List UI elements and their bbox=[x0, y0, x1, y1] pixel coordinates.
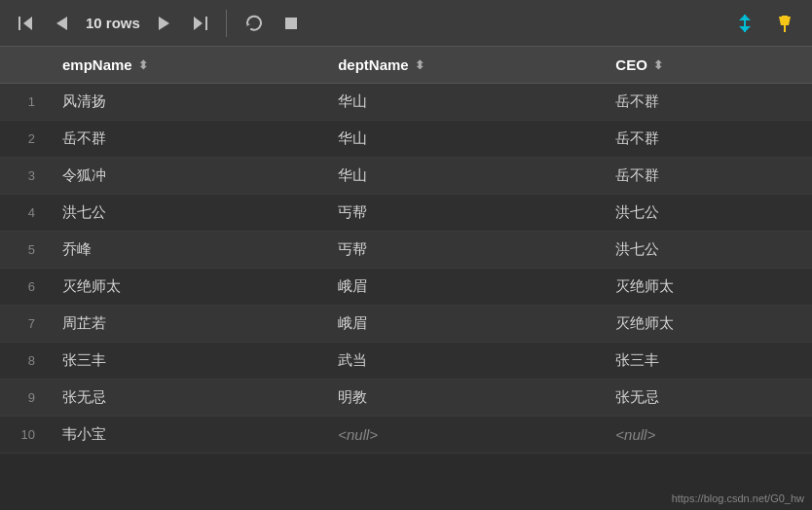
last-page-button[interactable] bbox=[185, 11, 214, 36]
toolbar: 10 rows bbox=[0, 0, 812, 47]
cell-empname: 乔峰 bbox=[47, 232, 322, 269]
data-table: empName ⬍ deptName ⬍ CEO ⬍ bbox=[0, 47, 812, 454]
cell-deptname: 丐帮 bbox=[322, 232, 600, 269]
table-row: 8张三丰武当张三丰 bbox=[0, 343, 812, 380]
cell-rownum: 7 bbox=[0, 306, 47, 343]
cell-deptname: 武当 bbox=[322, 343, 600, 380]
svg-marker-2 bbox=[56, 17, 67, 30]
cell-empname: 灭绝师太 bbox=[47, 269, 322, 306]
sort-icon-ceo: ⬍ bbox=[653, 58, 663, 72]
cell-ceo: 岳不群 bbox=[600, 158, 812, 195]
prev-page-button[interactable] bbox=[49, 11, 74, 36]
svg-marker-3 bbox=[159, 17, 169, 30]
cell-rownum: 9 bbox=[0, 380, 47, 417]
cell-deptname: 丐帮 bbox=[322, 195, 600, 232]
cell-rownum: 1 bbox=[0, 84, 47, 121]
cell-rownum: 10 bbox=[0, 417, 47, 454]
cell-deptname: 华山 bbox=[322, 121, 600, 158]
cell-rownum: 2 bbox=[0, 121, 47, 158]
cell-empname: 岳不群 bbox=[47, 121, 322, 158]
svg-marker-5 bbox=[194, 17, 203, 30]
cell-empname: 张无忌 bbox=[47, 380, 322, 417]
cell-rownum: 6 bbox=[0, 269, 47, 306]
cell-ceo: 张三丰 bbox=[600, 343, 812, 380]
cell-ceo: 张无忌 bbox=[600, 380, 812, 417]
cell-rownum: 8 bbox=[0, 343, 47, 380]
stop-button[interactable] bbox=[277, 12, 305, 35]
cell-empname: 张三丰 bbox=[47, 343, 322, 380]
col-header-rownum bbox=[0, 47, 47, 84]
cell-ceo: <null> bbox=[600, 417, 812, 454]
separator-1 bbox=[226, 10, 227, 37]
cell-rownum: 4 bbox=[0, 195, 47, 232]
cell-deptname: 华山 bbox=[322, 84, 600, 121]
svg-marker-12 bbox=[779, 17, 791, 25]
table-row: 6灭绝师太峨眉灭绝师太 bbox=[0, 269, 812, 306]
cell-ceo: 洪七公 bbox=[600, 195, 812, 232]
next-page-button[interactable] bbox=[152, 11, 177, 36]
cell-empname: 令狐冲 bbox=[47, 158, 322, 195]
table-row: 10韦小宝<null><null> bbox=[0, 417, 812, 454]
col-header-empname[interactable]: empName ⬍ bbox=[47, 47, 322, 84]
svg-rect-0 bbox=[18, 17, 20, 30]
cell-rownum: 5 bbox=[0, 232, 47, 269]
refresh-button[interactable] bbox=[239, 10, 270, 37]
sort-icon-deptname: ⬍ bbox=[415, 58, 424, 72]
cell-empname: 周芷若 bbox=[47, 306, 322, 343]
table-row: 4洪七公丐帮洪七公 bbox=[0, 195, 812, 232]
table-body: 1风清扬华山岳不群2岳不群华山岳不群3令狐冲华山岳不群4洪七公丐帮洪七公5乔峰丐… bbox=[0, 84, 812, 454]
cell-deptname: 华山 bbox=[322, 158, 600, 195]
table-row: 9张无忌明教张无忌 bbox=[0, 380, 812, 417]
svg-marker-10 bbox=[739, 26, 751, 32]
cell-ceo: 洪七公 bbox=[600, 232, 812, 269]
first-page-button[interactable] bbox=[12, 11, 41, 36]
cell-deptname: 峨眉 bbox=[322, 306, 600, 343]
sort-icon-empname: ⬍ bbox=[138, 58, 148, 72]
table-row: 7周芷若峨眉灭绝师太 bbox=[0, 306, 812, 343]
cell-deptname: <null> bbox=[322, 417, 600, 454]
cell-ceo: 灭绝师太 bbox=[600, 306, 812, 343]
svg-marker-1 bbox=[23, 17, 32, 30]
split-button[interactable] bbox=[728, 9, 761, 38]
rows-count-label: 10 rows bbox=[86, 15, 140, 31]
cell-empname: 风清扬 bbox=[47, 84, 322, 121]
pin-button[interactable] bbox=[769, 10, 800, 37]
cell-empname: 韦小宝 bbox=[47, 417, 322, 454]
col-header-ceo[interactable]: CEO ⬍ bbox=[600, 47, 812, 84]
table-row: 3令狐冲华山岳不群 bbox=[0, 158, 812, 195]
table-header-row: empName ⬍ deptName ⬍ CEO ⬍ bbox=[0, 47, 812, 84]
cell-ceo: 岳不群 bbox=[600, 121, 812, 158]
cell-deptname: 明教 bbox=[322, 380, 600, 417]
cell-ceo: 灭绝师太 bbox=[600, 269, 812, 306]
col-header-deptname[interactable]: deptName ⬍ bbox=[322, 47, 600, 84]
table-row: 1风清扬华山岳不群 bbox=[0, 84, 812, 121]
svg-marker-9 bbox=[739, 15, 751, 20]
watermark: https://blog.csdn.net/G0_hw bbox=[672, 492, 804, 504]
table-row: 2岳不群华山岳不群 bbox=[0, 121, 812, 158]
cell-ceo: 岳不群 bbox=[600, 84, 812, 121]
data-table-container: empName ⬍ deptName ⬍ CEO ⬍ bbox=[0, 47, 812, 454]
cell-rownum: 3 bbox=[0, 158, 47, 195]
cell-empname: 洪七公 bbox=[47, 195, 322, 232]
table-row: 5乔峰丐帮洪七公 bbox=[0, 232, 812, 269]
svg-rect-4 bbox=[205, 17, 207, 30]
svg-rect-7 bbox=[285, 18, 297, 29]
cell-deptname: 峨眉 bbox=[322, 269, 600, 306]
